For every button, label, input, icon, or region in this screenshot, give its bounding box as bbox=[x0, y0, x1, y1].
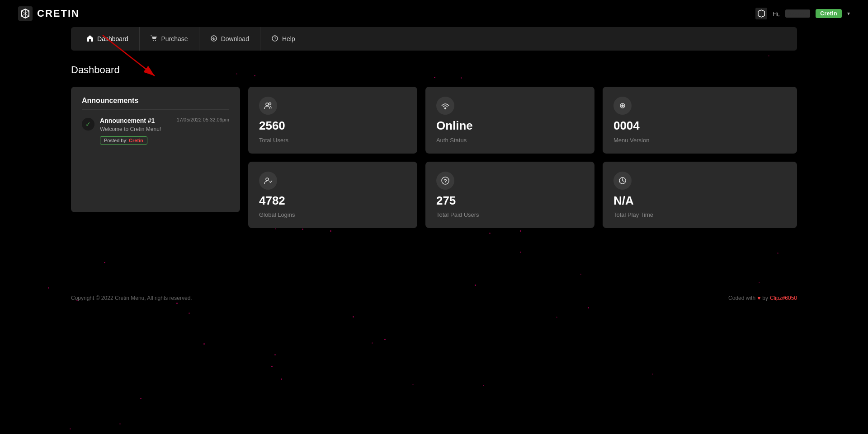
global-logins-icon bbox=[259, 172, 277, 190]
announcement-check-icon: ✓ bbox=[82, 118, 94, 131]
total-users-label: Total Users bbox=[259, 137, 406, 144]
total-paid-users-label: Total Paid Users bbox=[436, 211, 584, 218]
user-badge[interactable]: Cretin bbox=[816, 9, 842, 18]
footer-coded-with: Coded with bbox=[728, 295, 755, 301]
help-icon: ? bbox=[271, 35, 278, 43]
svg-point-11 bbox=[444, 108, 446, 109]
main-content: Dashboard 2560 Total Users bbox=[0, 51, 868, 250]
stats-col-2: Online Auth Status 275 Total Paid Users bbox=[425, 87, 594, 228]
header-logo-small-icon bbox=[755, 8, 767, 19]
svg-point-3 bbox=[155, 40, 156, 41]
announcement-item: ✓ Announcement #1 17/05/2022 05:32:06pm … bbox=[82, 117, 229, 145]
svg-point-8 bbox=[266, 103, 269, 106]
posted-by-badge: Posted by: Cretin bbox=[100, 136, 147, 145]
hi-text: Hi, bbox=[773, 10, 780, 17]
total-play-time-icon bbox=[613, 172, 632, 190]
svg-point-2 bbox=[153, 40, 154, 41]
total-users-value: 2560 bbox=[259, 119, 406, 132]
announcement-body: Welcome to Cretin Menu! bbox=[100, 126, 229, 132]
cart-icon bbox=[151, 35, 158, 43]
announcement-date: 17/05/2022 05:32:06pm bbox=[177, 117, 229, 122]
footer: Copyright © 2022 Cretin Menu, All rights… bbox=[0, 286, 868, 310]
header: CRETIN Hi, ●●●●●● Cretin ▾ bbox=[0, 0, 868, 27]
announcements-panel: Announcements ✓ Announcement #1 17/05/20… bbox=[71, 87, 240, 212]
nav-item-download[interactable]: Download bbox=[199, 27, 260, 51]
global-logins-value: 4782 bbox=[259, 194, 406, 207]
svg-point-12 bbox=[442, 177, 449, 184]
menu-version-label: Menu Version bbox=[613, 137, 786, 144]
logo-area: CRETIN bbox=[18, 6, 80, 21]
nav-item-purchase[interactable]: Purchase bbox=[140, 27, 199, 51]
global-logins-card: 4782 Global Logins bbox=[248, 162, 417, 229]
total-play-time-label: Total Play Time bbox=[613, 211, 786, 218]
stats-col-1: 2560 Total Users 4782 Global Logins bbox=[248, 87, 417, 228]
posted-by-label: Posted by: bbox=[104, 138, 127, 143]
footer-right: Coded with ♥ by Clipz#6050 bbox=[728, 295, 797, 301]
announcements-title: Announcements bbox=[82, 97, 229, 110]
menu-version-card: 0004 Menu Version bbox=[603, 87, 797, 154]
svg-text:?: ? bbox=[274, 36, 276, 41]
nav-label-download: Download bbox=[221, 35, 249, 42]
nav-item-dashboard[interactable]: Dashboard bbox=[75, 27, 140, 51]
total-users-icon bbox=[259, 97, 277, 115]
dropdown-arrow-icon[interactable]: ▾ bbox=[847, 10, 850, 17]
navbar: Dashboard Purchase Download bbox=[71, 27, 797, 51]
online-label: Auth Status bbox=[436, 137, 584, 144]
online-value: Online bbox=[436, 119, 584, 132]
posted-by-name: Cretin bbox=[129, 138, 143, 143]
header-right: Hi, ●●●●●● Cretin ▾ bbox=[755, 8, 850, 19]
svg-point-14 bbox=[622, 105, 623, 107]
nav-label-help: Help bbox=[282, 35, 295, 42]
footer-coder-name: Clipz#6050 bbox=[770, 295, 797, 301]
logo-text: CRETIN bbox=[37, 8, 80, 19]
online-icon bbox=[436, 97, 454, 115]
page-title: Dashboard bbox=[71, 64, 797, 76]
logo-icon bbox=[18, 6, 33, 21]
home-icon bbox=[86, 35, 94, 43]
global-logins-label: Global Logins bbox=[259, 211, 406, 218]
svg-rect-1 bbox=[755, 8, 767, 19]
nav-label-dashboard: Dashboard bbox=[97, 35, 128, 42]
announcement-header: Announcement #1 17/05/2022 05:32:06pm bbox=[100, 117, 229, 124]
total-users-card: 2560 Total Users bbox=[248, 87, 417, 154]
online-card: Online Auth Status bbox=[425, 87, 594, 154]
username-text: ●●●●●● bbox=[785, 9, 811, 18]
total-paid-users-card: 275 Total Paid Users bbox=[425, 162, 594, 229]
total-play-time-value: N/A bbox=[613, 194, 786, 207]
footer-copyright: Copyright © 2022 Cretin Menu, All rights… bbox=[71, 295, 192, 301]
total-paid-users-value: 275 bbox=[436, 194, 584, 207]
svg-point-10 bbox=[266, 178, 269, 181]
menu-version-icon bbox=[613, 97, 632, 115]
footer-by-text: by bbox=[762, 295, 768, 301]
total-paid-icon bbox=[436, 172, 454, 190]
announcement-content: Announcement #1 17/05/2022 05:32:06pm We… bbox=[100, 117, 229, 145]
stats-col-3: 0004 Menu Version N/A Total Play Time bbox=[603, 87, 797, 228]
svg-point-9 bbox=[269, 103, 271, 105]
announcement-name: Announcement #1 bbox=[100, 117, 155, 124]
nav-label-purchase: Purchase bbox=[161, 35, 188, 42]
heart-icon: ♥ bbox=[757, 295, 760, 301]
total-play-time-card: N/A Total Play Time bbox=[603, 162, 797, 229]
download-icon bbox=[210, 35, 217, 43]
menu-version-value: 0004 bbox=[613, 119, 786, 132]
nav-item-help[interactable]: ? Help bbox=[260, 27, 306, 51]
dashboard-grid: 2560 Total Users 4782 Global Logins bbox=[71, 87, 797, 236]
